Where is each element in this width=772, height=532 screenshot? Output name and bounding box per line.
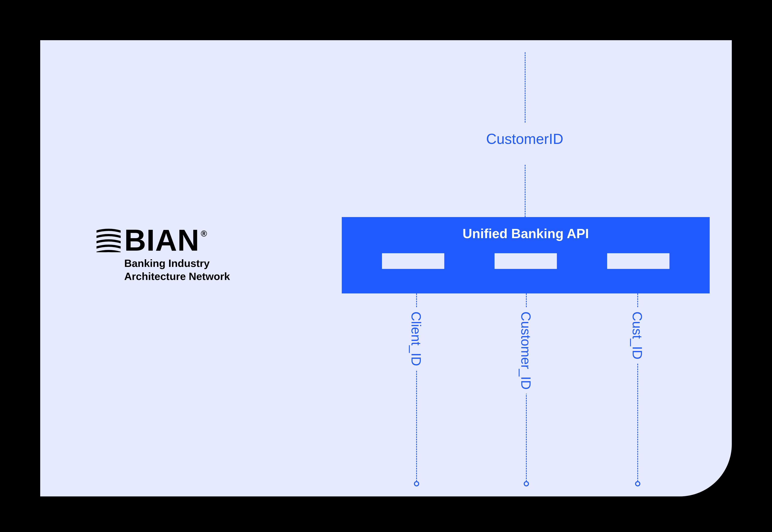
column-label: Cust_ID: [630, 308, 645, 363]
bian-logo-icon: [97, 228, 121, 252]
bian-logo-word: BIAN®: [124, 225, 206, 255]
bian-subtitle: Banking Industry Architecture Network: [124, 257, 230, 283]
endpoint-dot-icon: [414, 481, 419, 486]
column-cust-id: Cust_ID: [617, 293, 657, 486]
column-label: Client_ID: [409, 308, 424, 370]
endpoint-dot-icon: [524, 481, 529, 486]
column-label: Customer_ID: [518, 308, 534, 394]
bian-logo: BIAN® Banking Industry Architecture Netw…: [97, 225, 230, 283]
top-connector-line: [525, 165, 526, 217]
api-slots: [382, 253, 669, 269]
bian-wordmark: BIAN: [124, 223, 200, 257]
bian-subtitle-line2: Architecture Network: [124, 270, 230, 283]
diagram-card: BIAN® Banking Industry Architecture Netw…: [40, 40, 732, 496]
column-customer-id: Customer_ID: [506, 293, 546, 486]
diagram-stage: BIAN® Banking Industry Architecture Netw…: [0, 0, 772, 532]
api-slot: [495, 253, 557, 269]
bian-logo-row: BIAN®: [97, 225, 230, 255]
registered-mark: ®: [201, 229, 207, 238]
api-slot: [607, 253, 669, 269]
bian-subtitle-line1: Banking Industry: [124, 257, 230, 270]
top-label-customer-id: CustomerID: [468, 131, 581, 147]
unified-banking-api-box: Unified Banking API: [342, 217, 710, 293]
top-connector-line: [525, 52, 526, 123]
api-slot: [382, 253, 444, 269]
endpoint-dot-icon: [635, 481, 640, 486]
api-box-title: Unified Banking API: [463, 226, 589, 241]
column-client-id: Client_ID: [396, 293, 436, 486]
